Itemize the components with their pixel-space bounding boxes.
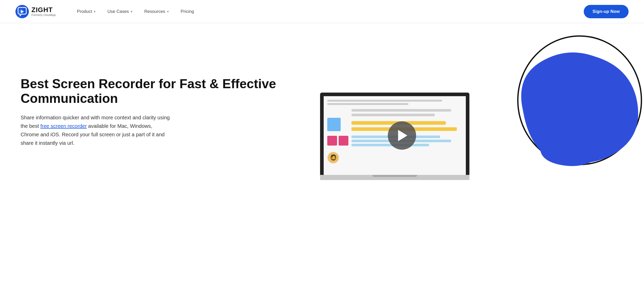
laptop-base [320, 175, 469, 180]
nav-links: Product ▼ Use Cases ▼ Resources ▼ Pricin… [71, 5, 629, 18]
nav-item-resources[interactable]: Resources ▼ [139, 6, 175, 17]
hero-section: Best Screen Recorder for Fast & Effectiv… [0, 23, 644, 180]
screen-avatar: 🧔 [327, 152, 339, 164]
laptop-illustration: 🧔 [320, 93, 469, 180]
free-screen-recorder-link[interactable]: free screen recorder [40, 123, 87, 129]
zight-logo-icon [15, 5, 29, 18]
logo-subtitle: Formerly CloudApp [31, 14, 56, 16]
chevron-down-icon: ▼ [167, 10, 169, 13]
nav-item-product[interactable]: Product ▼ [71, 6, 102, 17]
signup-button[interactable]: Sign-up Now [584, 5, 629, 18]
laptop-screen: 🧔 [320, 93, 469, 175]
play-button[interactable] [388, 121, 416, 150]
chevron-down-icon: ▼ [130, 10, 133, 13]
screen-pink-box-1 [327, 136, 337, 146]
hero-title: Best Screen Recorder for Fast & Effectiv… [21, 77, 302, 106]
nav-item-use-cases[interactable]: Use Cases ▼ [102, 6, 139, 17]
logo[interactable]: ZIGHT Formerly CloudApp [15, 5, 56, 18]
nav-item-pricing[interactable]: Pricing [175, 6, 200, 17]
chevron-down-icon: ▼ [93, 10, 96, 13]
navbar: ZIGHT Formerly CloudApp Product ▼ Use Ca… [0, 0, 644, 23]
hero-left: Best Screen Recorder for Fast & Effectiv… [21, 71, 312, 147]
screen-blue-box [327, 118, 341, 131]
hero-description: Share information quicker and with more … [21, 113, 170, 147]
screen-pink-box-2 [339, 136, 348, 146]
play-icon [398, 130, 407, 141]
hero-blob [484, 31, 644, 180]
logo-name: ZIGHT [31, 6, 56, 13]
hero-right: 🧔 [312, 39, 629, 180]
